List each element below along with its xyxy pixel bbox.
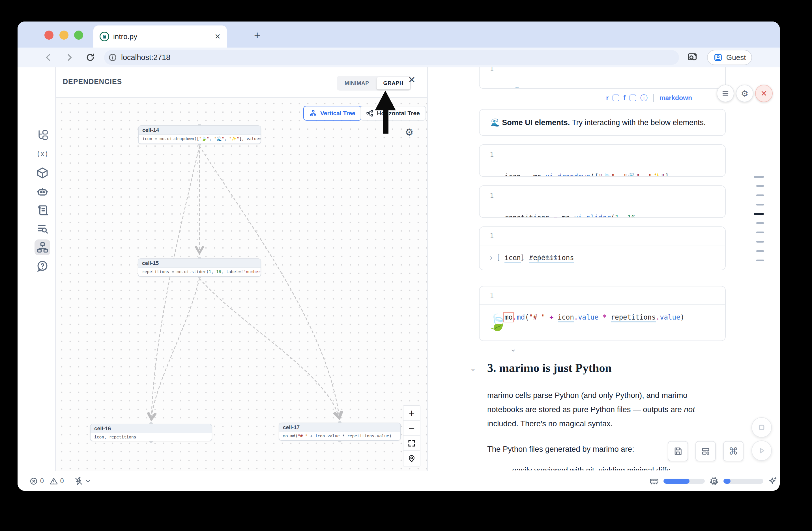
gear-icon: ⚙ [741, 89, 749, 99]
plus-icon: + [408, 407, 415, 419]
avatar-icon [713, 53, 723, 62]
minimap-cell-marker[interactable] [756, 185, 764, 187]
url-bar[interactable]: localhost:2718 [104, 50, 679, 65]
sidebar-item-file-explorer[interactable] [36, 129, 49, 141]
browser-tab[interactable]: m intro.py ✕ [93, 26, 227, 47]
sidebar-item-logs[interactable] [36, 204, 49, 217]
minimap-cell-marker[interactable] [756, 231, 764, 233]
horizontal-tree-icon [366, 110, 374, 117]
graph-node-cell-17[interactable]: cell-17 mo.md("# " + icon.value * repeti… [279, 422, 401, 441]
minimap-cell-marker-active[interactable] [754, 213, 764, 215]
run-button[interactable] [752, 441, 772, 461]
zoom-out-button[interactable]: − [404, 421, 420, 436]
window-close-button[interactable] [44, 31, 54, 40]
window-minimize-button[interactable] [59, 31, 69, 40]
code-cell-md[interactable]: 1 mo.md("# " + icon.value * repetitions.… [479, 286, 726, 341]
minimap-cell-marker[interactable] [756, 260, 764, 261]
output-collapse-chevron-icon[interactable]: ⌄ [510, 344, 516, 354]
code-editor[interactable]: repetitions = mo.ui.slider(1, 16, label=… [498, 190, 643, 218]
fstring-toggle-label: f [623, 94, 626, 102]
tab-minimap[interactable]: MINIMAP [338, 77, 376, 89]
panel-close-icon[interactable]: ✕ [408, 74, 416, 85]
notebook-settings-button[interactable]: ⚙ [736, 85, 753, 102]
sidebar-item-dependencies[interactable] [36, 241, 49, 254]
line-number: 1 [480, 230, 498, 241]
url-text[interactable]: localhost:2718 [121, 53, 170, 62]
expand-caret-icon[interactable]: › [490, 253, 492, 262]
forward-arrow-icon [64, 53, 74, 62]
back-button[interactable] [41, 51, 56, 64]
markdown-output-cell: 🌊 Some UI elements. Try interacting with… [479, 109, 726, 136]
minimap-cell-marker[interactable] [756, 250, 764, 252]
memory-icon [649, 476, 659, 486]
tab-search-button[interactable] [685, 50, 699, 64]
code-editor[interactable]: icon = mo.ui.dropdown(["🍃", "🌊", "✨"], v… [498, 149, 673, 177]
tab-title: intro.py [113, 32, 211, 41]
cell-footer: r f ⓘ markdown [606, 93, 692, 103]
minimap-cell-marker[interactable] [754, 176, 764, 178]
warnings-button[interactable]: 0 [49, 477, 64, 485]
stop-icon [757, 422, 766, 432]
site-info-icon[interactable] [108, 53, 117, 62]
code-cell-dropdown[interactable]: 1 icon = mo.ui.dropdown(["🍃", "🌊", "✨"],… [479, 144, 726, 177]
reload-button[interactable] [83, 51, 97, 64]
browser-tab-strip: m intro.py ✕ + [17, 21, 780, 47]
tab-graph[interactable]: GRAPH [377, 77, 410, 89]
markdown-source-cell-clipped[interactable]: 1 **🌊 Some UI elements.** Try interactin… [479, 67, 726, 89]
minimap-cell-marker[interactable] [756, 241, 764, 243]
code-editor[interactable]: mo.md("# " + icon.value * repetitions.va… [498, 290, 684, 341]
fit-view-button[interactable] [404, 436, 420, 451]
cpu-usage-bar [723, 479, 763, 484]
errors-button[interactable]: 0 [29, 477, 44, 485]
layout-button[interactable] [695, 441, 716, 461]
graph-node-cell-15[interactable]: cell-15 repetitions = mo.ui.slider(1, 16… [138, 258, 261, 277]
leaf-emoji: 🍃 [488, 313, 507, 332]
locate-node-button[interactable] [404, 451, 420, 466]
vertical-tree-button[interactable]: Vertical Tree [303, 106, 362, 120]
stop-button[interactable] [752, 417, 772, 437]
sidebar-item-variables[interactable]: (x) [36, 148, 49, 160]
language-toggle[interactable]: markdown [659, 94, 692, 102]
minimap-cell-marker[interactable] [756, 195, 764, 196]
shutdown-button[interactable]: ✕ [755, 85, 773, 102]
code-editor[interactable]: icon, repetitions [498, 230, 574, 270]
notebook-menu-button[interactable] [717, 85, 734, 102]
save-button[interactable] [668, 441, 688, 461]
graph-node-cell-16[interactable]: cell-16 icon, repetitions [90, 424, 212, 441]
clipped-list-item: easily versioned with git, yielding mini… [512, 466, 710, 471]
tab-close-icon[interactable]: ✕ [215, 32, 221, 41]
ai-sparkle-icon[interactable] [768, 476, 778, 486]
horizontal-tree-button[interactable]: Horizontal Tree [360, 106, 426, 120]
autorun-toggle[interactable] [74, 477, 91, 486]
section-collapse-chevron-icon[interactable]: ⌄ [470, 363, 476, 373]
panel-right-divider[interactable] [427, 67, 428, 471]
markdown-source[interactable]: **🌊 Some UI elements.** Try interacting … [498, 67, 688, 89]
sidebar-item-packages[interactable] [36, 167, 49, 179]
node-title: cell-16 [90, 424, 212, 433]
profile-button[interactable]: Guest [707, 50, 752, 65]
sidebar-item-snippets[interactable] [36, 223, 49, 235]
raw-checkbox[interactable] [612, 95, 619, 101]
fstring-checkbox[interactable] [629, 95, 636, 101]
warning-count: 0 [60, 477, 64, 485]
minimap-cell-marker[interactable] [756, 204, 764, 205]
window-maximize-button[interactable] [74, 31, 83, 40]
info-icon[interactable]: ⓘ [640, 93, 648, 103]
dependencies-panel-header: DEPENDENCIES MINIMAP GRAPH ✕ [56, 67, 428, 98]
code-cell-slider[interactable]: 1 repetitions = mo.ui.slider(1, 16, labe… [479, 185, 726, 218]
code-cell-tuple[interactable]: 1 icon, repetitions › [ … ] 2 Items [479, 227, 726, 270]
minimap-cell-marker[interactable] [756, 222, 764, 224]
minus-icon: − [408, 422, 415, 434]
sidebar-item-help[interactable] [36, 260, 49, 272]
robot-icon [36, 185, 49, 198]
dependency-graph-canvas[interactable] [56, 98, 428, 471]
shortcuts-button[interactable]: ⌘ [723, 441, 743, 461]
zoom-in-button[interactable]: + [404, 406, 420, 421]
node-code: repetitions = mo.ui.slider(1, 16, label=… [139, 268, 261, 275]
memory-usage-bar [664, 479, 705, 484]
forward-button[interactable] [62, 51, 76, 64]
new-tab-button[interactable]: + [254, 31, 260, 40]
graph-node-cell-14[interactable]: cell-14 icon = mo.ui.dropdown(["🍃", "🌊",… [138, 125, 261, 144]
sidebar-item-ai-assistant[interactable] [36, 185, 49, 198]
graph-settings-icon[interactable]: ⚙ [405, 127, 414, 138]
